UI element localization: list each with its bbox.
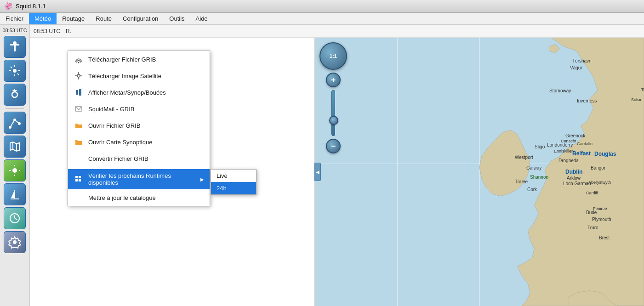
svg-point-10 xyxy=(12,92,17,97)
menu-routage[interactable]: Routage xyxy=(57,13,90,24)
svg-line-27 xyxy=(15,218,17,220)
toolbar-btn-buoy[interactable] xyxy=(4,84,26,106)
menu-meteo[interactable]: Météo xyxy=(29,13,57,24)
menu-fichier[interactable]: Fichier xyxy=(0,13,29,24)
toolbar-btn-sun[interactable] xyxy=(4,159,26,181)
svg-rect-41 xyxy=(79,179,81,181)
menu-label-telecharger-grib: Télécharger Fichier GRIB xyxy=(88,56,156,63)
app-icon: 🦑 xyxy=(4,2,13,11)
map-controls: 1:1 + − xyxy=(319,42,347,153)
svg-point-18 xyxy=(12,168,17,173)
svg-point-28 xyxy=(13,240,17,244)
update-icon xyxy=(74,193,84,203)
svg-line-8 xyxy=(11,67,12,68)
svg-point-15 xyxy=(18,122,21,125)
work-area: ◀ xyxy=(30,38,644,306)
menu-outils[interactable]: Outils xyxy=(164,13,190,24)
left-toolbar: 08:53 UTC xyxy=(0,25,30,306)
zoom-in-button[interactable]: + xyxy=(326,73,341,87)
map-svg xyxy=(315,38,644,306)
toolbar-btn-clock[interactable] xyxy=(4,207,26,229)
menu-label-convertir: Convertir Fichier GRIB xyxy=(88,155,148,162)
utc-bar: 08:53 UTC R. xyxy=(30,25,644,38)
menu-item-squidmail[interactable]: SquidMail - GRIB xyxy=(68,101,210,117)
toolbar-btn-sail[interactable] xyxy=(4,183,26,205)
svg-point-3 xyxy=(13,69,17,73)
route-label: R. xyxy=(66,28,71,34)
menu-label-mettre-a-jour: Mettre à jour le catalogue xyxy=(88,194,156,201)
titlebar: 🦑 Squid 8.1.1 xyxy=(0,0,644,13)
menu-label-telecharger-satellite: Télécharger Image Satellite xyxy=(88,73,161,79)
left-panel: ◀ xyxy=(30,38,315,306)
metar-icon xyxy=(74,87,84,97)
dropdown-separator xyxy=(68,168,210,168)
svg-rect-38 xyxy=(75,176,78,178)
runtimes-icon xyxy=(74,174,84,184)
menu-item-ouvrir-carte[interactable]: Ouvrir Carte Synoptique xyxy=(68,134,210,150)
content-area: 08:53 UTC R. ◀ xyxy=(30,25,644,306)
menu-label-afficher-metar: Afficher Metar/Synop/Bouées xyxy=(88,89,166,96)
svg-marker-12 xyxy=(12,90,17,92)
collapse-panel-button[interactable]: ◀ xyxy=(314,163,321,181)
folder-carte-icon xyxy=(74,137,84,147)
zoom-slider-thumb[interactable] xyxy=(329,116,338,125)
menu-item-mettre-a-jour[interactable]: Mettre à jour le catalogue xyxy=(68,189,210,206)
submenu-item-live[interactable]: Live xyxy=(211,170,256,182)
svg-rect-39 xyxy=(79,176,81,178)
svg-point-13 xyxy=(9,126,11,129)
satellite-icon xyxy=(74,71,84,81)
toolbar-btn-map[interactable] xyxy=(4,136,26,158)
app-title: Squid 8.1.1 xyxy=(16,3,46,10)
svg-rect-40 xyxy=(75,179,78,181)
submenu: Live 24h xyxy=(211,169,256,195)
svg-rect-1 xyxy=(14,42,16,51)
utc-time: 08:53 UTC xyxy=(0,27,29,34)
scale-label: 1:1 xyxy=(330,53,337,59)
menu-label-ouvrir-carte: Ouvrir Carte Synoptique xyxy=(88,139,152,146)
toolbar-btn-anchor[interactable] xyxy=(4,36,26,58)
toolbar-separator-1 xyxy=(6,108,24,109)
main-layout: 08:53 UTC xyxy=(0,25,644,306)
menu-item-telecharger-satellite[interactable]: Télécharger Image Satellite xyxy=(68,68,210,84)
menu-item-afficher-metar[interactable]: Afficher Metar/Synop/Bouées xyxy=(68,84,210,101)
menu-item-telecharger-grib[interactable]: Télécharger Fichier GRIB xyxy=(68,51,210,68)
submenu-arrow-icon: ▶ xyxy=(200,177,204,182)
menu-route[interactable]: Route xyxy=(90,13,117,24)
toolbar-btn-settings[interactable] xyxy=(4,231,26,253)
signal-icon xyxy=(74,54,84,64)
utc-label: 08:53 UTC xyxy=(34,28,60,34)
svg-point-29 xyxy=(78,62,80,63)
toolbar-btn-satellite[interactable] xyxy=(4,60,26,82)
menu-aide[interactable]: Aide xyxy=(190,13,213,24)
toolbar-btn-route[interactable] xyxy=(4,112,26,134)
convertir-icon xyxy=(74,153,84,164)
svg-line-9 xyxy=(17,74,19,75)
svg-point-30 xyxy=(77,74,80,77)
menu-configuration[interactable]: Configuration xyxy=(117,13,164,24)
submenu-item-24h[interactable]: 24h xyxy=(211,182,256,194)
mail-icon xyxy=(74,104,84,114)
menubar: Fichier Météo Routage Route Configuratio… xyxy=(0,13,644,25)
menu-item-verifier-runtimes[interactable]: Vérifier les prochains Runtimes disponib… xyxy=(68,169,210,189)
menu-item-ouvrir-grib[interactable]: Ouvrir Fichier GRIB xyxy=(68,117,210,134)
map-area[interactable]: Tórshavn Vágur Stornoway Inverness Belfa… xyxy=(315,38,644,306)
dropdown-menu: Télécharger Fichier GRIB xyxy=(68,51,210,206)
zoom-out-button[interactable]: − xyxy=(326,139,341,153)
svg-point-14 xyxy=(13,119,16,121)
svg-rect-36 xyxy=(79,89,81,96)
folder-grib-icon xyxy=(74,120,84,130)
zoom-slider-track[interactable] xyxy=(331,90,335,136)
menu-label-squidmail: SquidMail - GRIB xyxy=(88,106,134,113)
menu-label-verifier-runtimes: Vérifier les prochains Runtimes disponib… xyxy=(88,172,196,186)
svg-rect-35 xyxy=(76,90,78,95)
menu-item-convertir[interactable]: Convertir Fichier GRIB xyxy=(68,150,210,167)
nav-compass[interactable]: 1:1 xyxy=(319,42,347,70)
menu-label-ouvrir-grib: Ouvrir Fichier GRIB xyxy=(88,122,140,129)
